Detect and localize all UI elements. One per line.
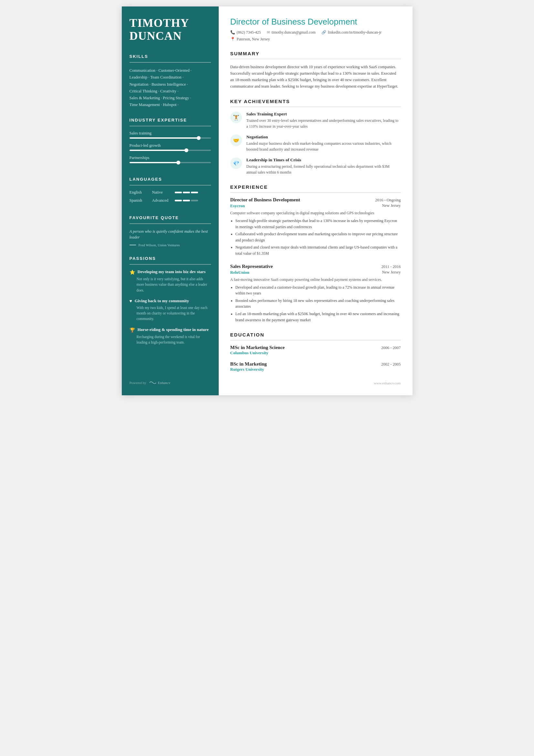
lang-bar [175,200,182,202]
edu-school-0: Columbus University [230,350,401,356]
lang-bar [183,192,190,193]
edu-degree-0: MSc in Marketing Science [230,345,285,350]
exp-header-1: Sales Representative 2011 - 2016 [230,264,401,269]
slider-track-2 [130,162,211,163]
skill-item: Communication · Customer-Oriented · [130,67,211,74]
achievement-title-0: Sales Training Expert [246,112,401,117]
sidebar-footer: Powered by Enhancv [130,380,211,385]
edu-header-1: BSc in Marketing 2002 - 2005 [230,361,401,367]
industry-section: INDUSTRY EXPERTISE Sales training Produc… [130,118,211,168]
achievement-content-2: Leadership in Times of Crisis During a r… [246,157,401,175]
phone-icon: 📞 [230,30,235,35]
candidate-name: TIMOTHY DUNCAN [130,17,211,42]
education-section: EDUCATION MSc in Marketing Science 2006 … [230,332,401,372]
quote-title: FAVOURITE QUOTE [130,215,211,220]
quote-author: Fred Wilson, Union Ventures [130,243,211,247]
sidebar: TIMOTHY DUNCAN SKILLS Communication · Cu… [122,7,219,395]
expertise-item-0: Sales training [130,131,211,139]
diamond-icon: 💎 [233,160,240,167]
exp-title-1: Sales Representative [230,264,273,269]
slider-thumb-0 [197,136,201,140]
achievement-item-1: 🤝 Negotiation Landed major business deal… [230,134,401,152]
passion-header-0: ⭐ Developing my team into biz dev stars [130,269,211,275]
language-bars-1 [175,200,198,202]
language-bars-0 [175,192,198,193]
achievement-icon-2: 💎 [230,157,242,169]
achievement-item-2: 💎 Leadership in Times of Crisis During a… [230,157,401,175]
barbell-icon: 🏋 [233,114,240,121]
exp-dates-1: 2011 - 2016 [382,264,401,269]
passion-desc-0: Not only is it very satisfying, but it a… [130,276,211,293]
edu-dates-0: 2006 - 2007 [381,345,400,350]
passion-title-1: Giving back to my community [135,298,189,304]
trophy-icon: 🏆 [130,327,135,333]
expertise-item-1: Product-led growth [130,143,211,151]
slider-track-0 [130,137,211,139]
lang-bar [191,192,198,193]
achievement-title-1: Negotiation [246,134,401,140]
summary-title: SUMMARY [230,51,401,56]
achievement-content-1: Negotiation Landed major business deals … [246,134,401,152]
skills-list: Communication · Customer-Oriented · Lead… [130,67,211,109]
main-content: Director of Business Development 📞 (862)… [219,7,413,395]
star-icon: ⭐ [130,270,135,275]
contact-row: 📞 (862) 7345-425 ✉ timothy.duncan@gmail.… [230,30,401,42]
quote-text: A person who is quietly confident makes … [130,229,211,241]
skill-item: Sales & Marketing · Pricing Strategy · [130,95,211,101]
contact-email: ✉ timothy.duncan@gmail.com [267,30,316,35]
bullet-item: Developed and executed a customer-focuse… [236,284,401,296]
edu-dates-1: 2002 - 2005 [381,362,400,367]
skills-title: SKILLS [130,54,211,59]
skill-item: Critical Thinking · Creativity · [130,88,211,95]
bullet-item: Led an 18-month marketing plan with a $2… [236,311,401,323]
resume-container: TIMOTHY DUNCAN SKILLS Communication · Cu… [122,7,413,395]
experience-section: EXPERIENCE Director of Business Developm… [230,184,401,323]
location-icon: 📍 [230,37,235,42]
exp-location-1: New Jersey [382,270,401,275]
exp-location-0: New Jersey [382,203,401,208]
slider-fill-1 [130,149,187,151]
main-title: Director of Business Development [230,17,401,27]
bullet-item: Boosted sales performance by hiring 18 n… [236,298,401,310]
exp-company-row-1: ReloUnion New Jersey [230,270,401,275]
quote-section: FAVOURITE QUOTE A person who is quietly … [130,215,211,247]
exp-dates-0: 2016 - Ongoing [375,198,400,202]
edu-school-1: Rutgers University [230,367,401,372]
bullet-item: Negotiated and closed seven major deals … [236,244,401,256]
expertise-label-0: Sales training [130,131,211,136]
achievement-content-0: Sales Training Expert Trained over 30 en… [246,112,401,129]
contact-phone: 📞 (862) 7345-425 [230,30,261,35]
exp-header-0: Director of Business Development 2016 - … [230,197,401,202]
achievement-desc-1: Landed major business deals with market-… [246,141,401,152]
exp-item-1: Sales Representative 2011 - 2016 ReloUni… [230,264,401,323]
industry-title: INDUSTRY EXPERTISE [130,118,211,122]
language-row-1: Spanish Advanced [130,198,211,203]
expertise-label-2: Partnerships [130,155,211,160]
summary-text: Data-driven business development directo… [230,64,401,90]
passion-desc-1: With my two kids, I spend at least one d… [130,305,211,322]
passion-item-1: ♥ Giving back to my community With my tw… [130,298,211,322]
summary-section: SUMMARY Data-driven business development… [230,51,401,90]
lang-bar [175,192,182,193]
exp-desc-0: Computer software company specializing i… [230,210,401,216]
exp-company-1: ReloUnion [230,270,249,275]
bullet-item: Secured high-profile strategic partnersh… [236,218,401,230]
lang-bar [183,200,190,202]
language-level-1: Advanced [152,198,175,203]
achievement-desc-0: Trained over 30 entry-level sales repres… [246,118,401,129]
achievements-title: KEY ACHIEVEMENTS [230,98,401,104]
exp-bullets-1: Developed and executed a customer-focuse… [230,284,401,323]
link-icon: 🔗 [321,30,326,35]
skill-item: Time Management · Hubspot · [130,101,211,108]
passion-item-2: 🏆 Horse-riding & spending time in nature… [130,327,211,345]
experience-title: EXPERIENCE [230,184,401,190]
lang-bar [191,200,198,202]
passions-section: PASSIONS ⭐ Developing my team into biz d… [130,256,211,350]
skill-item: Negotiation · Business Intelligence · [130,81,211,88]
passion-title-2: Horse-riding & spending time in nature [138,327,209,333]
exp-desc-1: A fast-moving innovative SaaS company po… [230,277,401,283]
languages-title: LANGUAGES [130,177,211,182]
quote-dash [130,245,136,245]
language-row-0: English Native [130,190,211,195]
contact-linkedin: 🔗 linkedin.com/in/timothy-duncan-jr [321,30,382,35]
